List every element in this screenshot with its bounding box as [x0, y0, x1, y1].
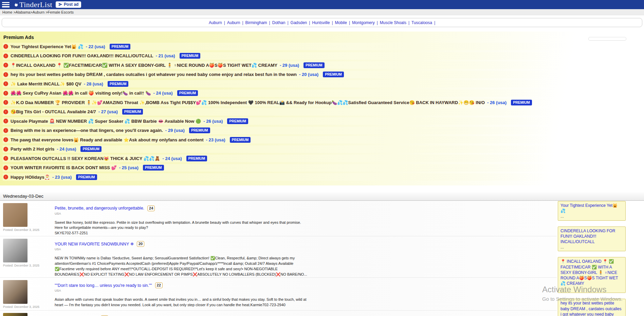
site-logo[interactable]: TinderList — [13, 1, 52, 8]
listing-posted-date: Posted: December 3, 2025 — [3, 264, 55, 267]
listing-age-badge: 20 — [137, 241, 144, 247]
city-link[interactable]: Birmingham — [245, 20, 267, 25]
premium-badge: PREMIUM — [186, 156, 207, 161]
listing-title-link[interactable]: Petite, brunette, and dangerously unforg… — [55, 206, 144, 211]
city-separator: | — [434, 20, 435, 25]
sidebar-premium-title[interactable]: CINDERELLA LOOKING FOR FUN!!! OAKLAND!!!… — [560, 229, 615, 244]
city-link[interactable]: Muscle Shoals — [380, 20, 406, 25]
premium-ad-row[interactable]: ↑ Happy HOlidays🎅 - 23 (usa) PREMIUM — [3, 173, 644, 181]
listing-description: NEW IN TOWNMy name is Dallas !Seductive,… — [55, 256, 308, 277]
listing-title-link[interactable]: YOUR NEW FAVORITE SNOWBUNNY ❄ — [55, 241, 134, 246]
premium-ad-title[interactable]: PLEASANTON OUTCALLS !! SEXY KOREAN😻 THIC… — [11, 156, 160, 161]
listing-body: ""Don't stare too long… unless you're re… — [55, 280, 308, 310]
premium-ad-title[interactable]: Party with 2 Hot girls — [11, 146, 54, 152]
premium-ad-row[interactable]: ↑ YOUR WINTER FAVORITE IS BACK DONT MISS… — [3, 164, 644, 172]
premium-ad-row[interactable]: ↑ CINDERELLA LOOKING FOR FUN!!! OAKLAND!… — [3, 52, 644, 60]
premium-ad-row[interactable]: ↑ ✨K.O Daa NUMBER 🏆 PROVIDER 🧍✨💕AMAZING … — [3, 99, 644, 106]
premium-ad-age: - 21 (usa) — [156, 53, 175, 58]
top-header-bar: TinderList Post ad — [0, 0, 644, 9]
premium-ad-row[interactable]: ↑ Being with me is an experience—one tha… — [3, 127, 644, 134]
premium-ad-age: - 29 (usa) — [165, 128, 185, 133]
city-separator: | — [332, 20, 333, 25]
listing-posted-date: Posted: December 3, 2025 — [3, 228, 55, 232]
premium-ad-row[interactable]: ↑ 😘Big Tits Girl - OUTCALL Available 24/… — [3, 108, 644, 116]
listing-body: YOUR NEW FAVORITE SNOWBUNNY ❄ 20 USA NEW… — [55, 239, 308, 277]
premium-ad-title[interactable]: ✨ Lake Merritt INCALL✨ $80 QV — [11, 81, 81, 86]
listing-row: Posted: December 3, 2025 ""Don't stare t… — [0, 278, 557, 311]
city-link[interactable]: Auburn — [227, 20, 240, 25]
premium-ad-row[interactable]: ↑ Party with 2 Hot girls - 24 (usa) PREM… — [3, 145, 644, 153]
sidebar-premium-title[interactable]: 📍 INCALL OAKLAND 📍 ✅ FACETIME/CAR ✅ WITH… — [560, 259, 618, 286]
premium-ad-title[interactable]: CINDERELLA LOOKING FOR FUN!!! OAKLAND!!!… — [11, 53, 153, 58]
premium-ad-title[interactable]: YOUR WINTER FAVORITE IS BACK DONT MISS 💕 — [11, 165, 117, 170]
arrow-up-circle-icon: ↑ — [3, 165, 8, 170]
listing-thumbnail[interactable] — [3, 280, 27, 304]
premium-ad-age: - 28 (usa) — [84, 81, 103, 86]
premium-ad-row[interactable]: ↑ ✨ Lake Merritt INCALL✨ $80 QV - 28 (us… — [3, 80, 644, 87]
premium-ad-title[interactable]: 📍INCALL OAKLAND 📍 ✅FACETIME/CAR✅ WITH A … — [11, 63, 277, 68]
premium-ad-title[interactable]: 🌺🌺 Sexy CuRvy Asian 🌺🌺 in call 🍑 visitin… — [11, 91, 151, 96]
city-link[interactable]: Auburn — [209, 20, 222, 25]
city-link-item: Auburn | — [209, 20, 225, 25]
premium-ad-age: - 24 (usa) — [162, 156, 182, 161]
premium-ad-row[interactable]: ↑ Upscale Playmate 🚨 NEW NUMBER 💦 Super … — [3, 117, 644, 125]
premium-badge: PREMIUM — [511, 100, 532, 105]
listing-posted-date: Posted: December 3, 2025 — [3, 305, 55, 309]
premium-ad-title[interactable]: The pawg that everyone loves🙀 Ready and … — [11, 137, 203, 142]
send-icon — [58, 2, 62, 6]
premium-ad-age: - 23 (usa) — [206, 137, 225, 142]
sidebar-premium-box[interactable]: hey its your best wettes petite baby DRE… — [558, 299, 626, 316]
breadcrumb-text: Home >Alabama>Auburn >Female Escorts — [2, 10, 74, 14]
premium-ad-row[interactable]: ↑ Your Tightest Experience Yet🙀 💦 - 22 (… — [3, 43, 644, 50]
city-link[interactable]: Mobile — [335, 20, 347, 25]
premium-ad-title[interactable]: Upscale Playmate 🚨 NEW NUMBER 💦 Super So… — [11, 119, 201, 124]
premium-ad-age: - 26 (usa) — [487, 100, 507, 105]
city-link-item: Huntsville | — [312, 20, 333, 25]
listing-description: Asian allure with curves that speak loud… — [55, 297, 308, 308]
listing-country: USA — [55, 289, 308, 292]
city-link[interactable]: Tuscaloosa — [411, 20, 432, 25]
city-link[interactable]: Gadsden — [291, 20, 307, 25]
premium-ads-section: Premium Ads ↑ Your Tightest Experience Y… — [0, 32, 644, 185]
city-link[interactable]: Huntsville — [312, 20, 330, 25]
premium-ad-row[interactable]: ↑ PLEASANTON OUTCALLS !! SEXY KOREAN😻 TH… — [3, 155, 644, 162]
premium-ad-title[interactable]: Being with me is an experience—one that … — [11, 128, 163, 133]
sidebar-premium-box[interactable]: CINDERELLA LOOKING FOR FUN!!! OAKLAND!!!… — [558, 226, 626, 252]
premium-ad-row[interactable]: ↑ The pawg that everyone loves🙀 Ready an… — [3, 136, 644, 143]
premium-badge: PREMIUM — [110, 44, 131, 50]
listing-thumbnail[interactable] — [3, 313, 27, 316]
city-separator: | — [287, 20, 288, 25]
listing-row: Posted: December 3, 2025 Petite, brunett… — [0, 201, 557, 237]
premium-ad-title[interactable]: Your Tightest Experience Yet🙀 💦 — [11, 44, 84, 49]
sidebar-premium-box[interactable]: 📍 INCALL OAKLAND 📍 ✅ FACETIME/CAR ✅ WITH… — [558, 257, 626, 293]
sidebar-premium-box[interactable]: Your Tightest Experience Yet🙀 💦 ... — [558, 201, 626, 221]
city-link[interactable]: Montgomery — [352, 20, 375, 25]
city-separator: | — [408, 20, 409, 25]
premium-sidebar: Your Tightest Experience Yet🙀 💦 ... CIND… — [558, 201, 626, 316]
premium-ad-row[interactable]: ↑ 📍INCALL OAKLAND 📍 ✅FACETIME/CAR✅ WITH … — [3, 61, 644, 69]
post-ad-button[interactable]: Post ad — [56, 1, 81, 8]
site-logo-text: TinderList — [19, 1, 52, 8]
listing-thumbnail[interactable] — [3, 239, 27, 262]
premium-ad-age: - 23 (usa) — [52, 175, 72, 180]
listing-title-link[interactable]: ""Don't stare too long… unless you're re… — [55, 283, 152, 288]
premium-badge: PREMIUM — [177, 90, 198, 96]
sidebar-premium-title[interactable]: Your Tightest Experience Yet🙀 💦 — [560, 203, 618, 213]
premium-ad-row[interactable]: ↑ 🌺🌺 Sexy CuRvy Asian 🌺🌺 in call 🍑 visit… — [3, 90, 644, 97]
premium-ad-title[interactable]: ✨K.O Daa NUMBER 🏆 PROVIDER 🧍✨💕AMAZING Th… — [11, 100, 485, 105]
premium-ad-title[interactable]: 😘Big Tits Girl - OUTCALL Available 24/7 — [11, 109, 96, 114]
city-link[interactable]: Dothan — [272, 20, 286, 25]
premium-ad-age: - 24 (usa) — [153, 91, 173, 96]
premium-ad-row[interactable]: ↑ hey its your best wettes petite baby D… — [3, 71, 644, 78]
arrow-up-circle-icon: ↑ — [3, 91, 8, 96]
listing-thumbnail[interactable] — [3, 203, 27, 227]
breadcrumb[interactable]: Home >Alabama>Auburn >Female Escorts — [0, 9, 644, 15]
city-link-item: Gadsden | — [291, 20, 310, 25]
listing-row: Posted: December 3, 2025 YOUR NEW FAVORI… — [0, 236, 557, 278]
premium-ad-title[interactable]: Happy HOlidays🎅 — [11, 175, 50, 180]
hamburger-menu-icon[interactable] — [2, 2, 10, 7]
premium-ad-title[interactable]: hey its your best wettes petite baby DRE… — [11, 72, 297, 77]
city-separator: | — [269, 20, 270, 25]
sidebar-premium-title[interactable]: hey its your best wettes petite baby DRE… — [560, 301, 621, 316]
premium-ads-list: ↑ Your Tightest Experience Yet🙀 💦 - 22 (… — [3, 43, 644, 181]
